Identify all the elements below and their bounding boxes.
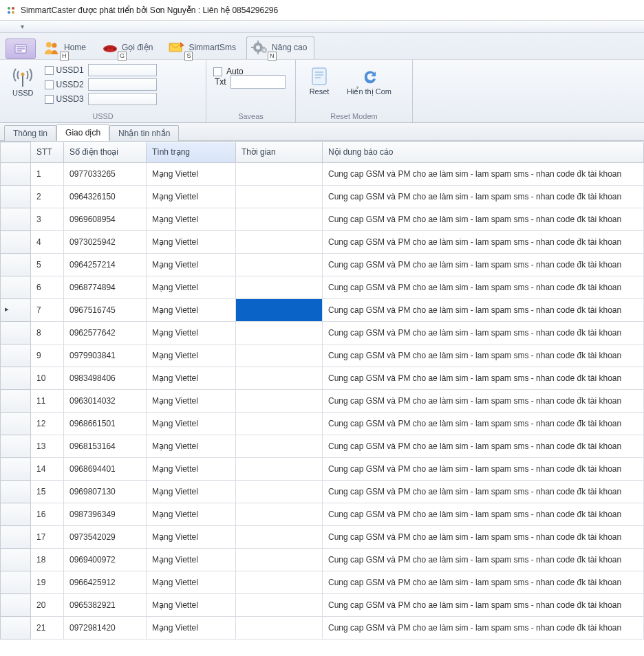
cell-stt[interactable]: 5	[31, 254, 64, 276]
table-row[interactable]: 30969608954Mạng ViettelCung cap GSM và P…	[1, 208, 644, 231]
row-header[interactable]	[1, 413, 31, 435]
cell-phone[interactable]: 0968774894	[64, 276, 147, 299]
cell-phone[interactable]: 0987396349	[64, 503, 147, 526]
cell-time[interactable]	[236, 163, 323, 186]
app-menu-button[interactable]	[6, 39, 36, 59]
row-header[interactable]	[1, 299, 31, 322]
cell-report[interactable]: Cung cap GSM và PM cho ae làm sim - lam …	[323, 458, 644, 481]
cell-status[interactable]: Mạng Viettel	[147, 254, 236, 276]
cell-status[interactable]: Mạng Viettel	[147, 276, 236, 299]
cell-report[interactable]: Cung cap GSM và PM cho ae làm sim - lam …	[323, 503, 644, 526]
col-phone[interactable]: Số điện thoại	[64, 142, 147, 163]
table-row[interactable]: 50964257214Mạng ViettelCung cap GSM và P…	[1, 254, 644, 276]
cell-time[interactable]	[236, 208, 323, 231]
cell-status[interactable]: Mạng Viettel	[147, 617, 236, 639]
cell-time[interactable]	[236, 549, 323, 571]
cell-status[interactable]: Mạng Viettel	[147, 458, 236, 481]
table-row[interactable]: 170973542029Mạng ViettelCung cap GSM và …	[1, 526, 644, 549]
row-header[interactable]	[1, 594, 31, 617]
cell-phone[interactable]: 0968661501	[64, 413, 147, 435]
cell-stt[interactable]: 9	[31, 345, 64, 367]
cell-phone[interactable]: 0967516745	[64, 299, 147, 322]
cell-time[interactable]	[236, 617, 323, 639]
row-header[interactable]	[1, 186, 31, 208]
ussd2-checkbox[interactable]	[45, 80, 54, 89]
cell-status[interactable]: Mạng Viettel	[147, 435, 236, 458]
cell-stt[interactable]: 7	[31, 299, 64, 322]
cell-time[interactable]	[236, 345, 323, 367]
table-row[interactable]: 160987396349Mạng ViettelCung cap GSM và …	[1, 503, 644, 526]
cell-phone[interactable]: 0963014032	[64, 390, 147, 413]
cell-time[interactable]	[236, 390, 323, 413]
ussd1-input[interactable]	[88, 64, 157, 76]
cell-report[interactable]: Cung cap GSM và PM cho ae làm sim - lam …	[323, 390, 644, 413]
row-header[interactable]	[1, 322, 31, 345]
cell-status[interactable]: Mạng Viettel	[147, 186, 236, 208]
cell-stt[interactable]: 18	[31, 549, 64, 571]
table-row[interactable]: 120968661501Mạng ViettelCung cap GSM và …	[1, 413, 644, 435]
cell-stt[interactable]: 6	[31, 276, 64, 299]
cell-time[interactable]	[236, 367, 323, 390]
row-header[interactable]	[1, 503, 31, 526]
tab-info[interactable]: Thông tin	[4, 125, 56, 141]
table-row[interactable]: 210972981420Mạng ViettelCung cap GSM và …	[1, 617, 644, 639]
table-row[interactable]: 180969400972Mạng ViettelCung cap GSM và …	[1, 549, 644, 571]
cell-status[interactable]: Mạng Viettel	[147, 503, 236, 526]
cell-stt[interactable]: 2	[31, 186, 64, 208]
table-row[interactable]: 70967516745Mạng ViettelCung cap GSM và P…	[1, 299, 644, 322]
cell-time[interactable]	[236, 435, 323, 458]
cell-status[interactable]: Mạng Viettel	[147, 390, 236, 413]
cell-phone[interactable]: 0969608954	[64, 208, 147, 231]
ussd3-checkbox[interactable]	[45, 95, 54, 104]
cell-stt[interactable]: 21	[31, 617, 64, 639]
table-row[interactable]: 10977033265Mạng ViettelCung cap GSM và P…	[1, 163, 644, 186]
ussd1-checkbox[interactable]	[45, 66, 54, 75]
cell-status[interactable]: Mạng Viettel	[147, 594, 236, 617]
cell-report[interactable]: Cung cap GSM và PM cho ae làm sim - lam …	[323, 345, 644, 367]
table-row[interactable]: 80962577642Mạng ViettelCung cap GSM và P…	[1, 322, 644, 345]
table-row[interactable]: 40973025942Mạng ViettelCung cap GSM và P…	[1, 231, 644, 254]
cell-time[interactable]	[236, 254, 323, 276]
cell-stt[interactable]: 10	[31, 367, 64, 390]
cell-stt[interactable]: 4	[31, 231, 64, 254]
cell-stt[interactable]: 14	[31, 458, 64, 481]
txt-input[interactable]	[230, 75, 286, 89]
cell-report[interactable]: Cung cap GSM và PM cho ae làm sim - lam …	[323, 549, 644, 571]
row-header[interactable]	[1, 390, 31, 413]
cell-status[interactable]: Mạng Viettel	[147, 571, 236, 594]
table-row[interactable]: 20964326150Mạng ViettelCung cap GSM và P…	[1, 186, 644, 208]
cell-stt[interactable]: 1	[31, 163, 64, 186]
cell-report[interactable]: Cung cap GSM và PM cho ae làm sim - lam …	[323, 231, 644, 254]
cell-report[interactable]: Cung cap GSM và PM cho ae làm sim - lam …	[323, 481, 644, 503]
cell-status[interactable]: Mạng Viettel	[147, 549, 236, 571]
row-header[interactable]	[1, 481, 31, 503]
cell-stt[interactable]: 12	[31, 413, 64, 435]
cell-time[interactable]	[236, 322, 323, 345]
cell-report[interactable]: Cung cap GSM và PM cho ae làm sim - lam …	[323, 299, 644, 322]
ussd3-input[interactable]	[88, 93, 157, 105]
cell-report[interactable]: Cung cap GSM và PM cho ae làm sim - lam …	[323, 435, 644, 458]
col-status[interactable]: Tình trạng	[147, 142, 236, 163]
cell-report[interactable]: Cung cap GSM và PM cho ae làm sim - lam …	[323, 617, 644, 639]
row-header[interactable]	[1, 254, 31, 276]
row-header[interactable]	[1, 549, 31, 571]
ussd-antenna-button[interactable]: USSD	[7, 63, 39, 98]
cell-phone[interactable]: 0973542029	[64, 526, 147, 549]
tab-transactions[interactable]: Giao dịch	[56, 124, 109, 141]
cell-status[interactable]: Mạng Viettel	[147, 299, 236, 322]
cell-status[interactable]: Mạng Viettel	[147, 481, 236, 503]
cell-phone[interactable]: 0964257214	[64, 254, 147, 276]
row-header[interactable]	[1, 571, 31, 594]
cell-phone[interactable]: 0962577642	[64, 322, 147, 345]
table-row[interactable]: 190966425912Mạng ViettelCung cap GSM và …	[1, 571, 644, 594]
cell-time[interactable]	[236, 594, 323, 617]
cell-status[interactable]: Mạng Viettel	[147, 322, 236, 345]
cell-phone[interactable]: 0972981420	[64, 617, 147, 639]
col-report[interactable]: Nội dung báo cáo	[323, 142, 644, 163]
row-header[interactable]	[1, 458, 31, 481]
row-header[interactable]	[1, 163, 31, 186]
cell-time[interactable]	[236, 186, 323, 208]
cell-report[interactable]: Cung cap GSM và PM cho ae làm sim - lam …	[323, 163, 644, 186]
tab-sms[interactable]: SimmartSms S	[163, 36, 244, 59]
cell-stt[interactable]: 8	[31, 322, 64, 345]
